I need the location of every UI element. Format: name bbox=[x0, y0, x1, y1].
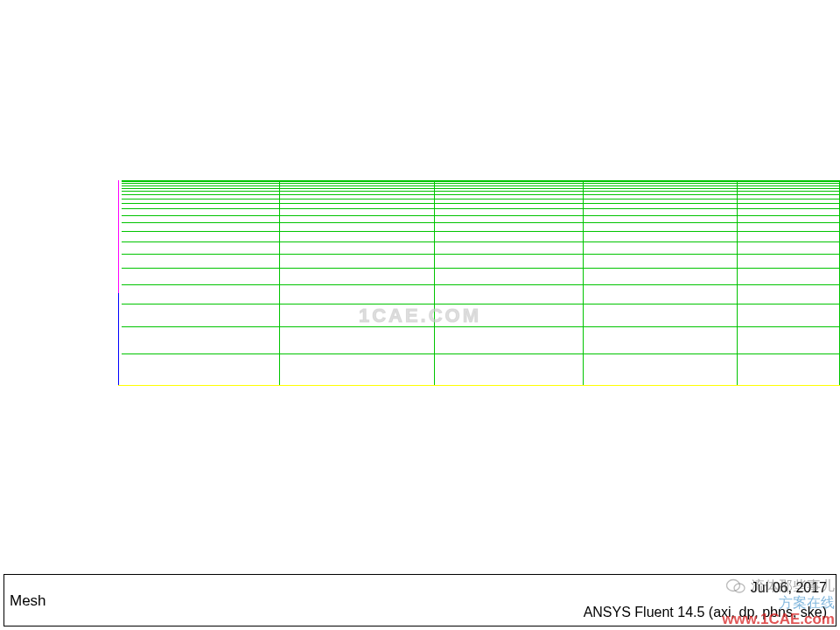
watermark-wechat-text: 流体那些事儿 bbox=[751, 579, 835, 593]
watermark-center: 1CAE.COM bbox=[359, 304, 481, 327]
plot-title: Mesh bbox=[10, 592, 46, 610]
mesh-left-gap bbox=[119, 180, 122, 385]
mesh-grid bbox=[118, 180, 840, 385]
mesh-viewport: 1CAE.COM bbox=[0, 0, 840, 551]
watermark-red-text: www.1CAE.com bbox=[722, 612, 835, 626]
mesh-left-boundary bbox=[118, 180, 119, 385]
mesh-svg bbox=[118, 180, 840, 385]
watermark-wechat: 流体那些事儿 bbox=[722, 578, 835, 594]
svg-point-27 bbox=[727, 580, 740, 592]
wechat-bubble-icon bbox=[726, 578, 746, 594]
watermark-stack: 流体那些事儿 方案在线 www.1CAE.com bbox=[722, 578, 835, 626]
title-box: Mesh Jul 06, 2017 ANSYS Fluent 14.5 (axi… bbox=[4, 574, 836, 626]
mesh-axis-line bbox=[118, 385, 840, 386]
watermark-blue-text: 方案在线 bbox=[722, 596, 835, 610]
